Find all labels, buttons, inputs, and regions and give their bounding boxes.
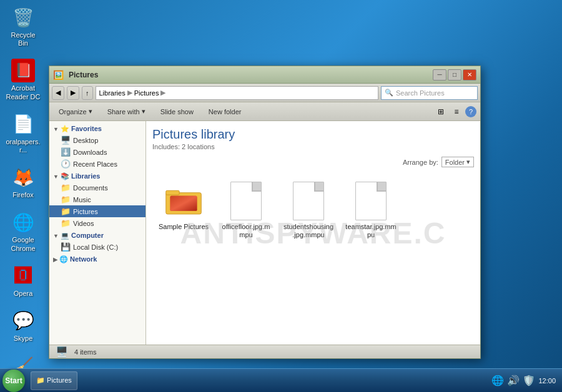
- search-box[interactable]: 🔍 Search Pictures: [381, 86, 478, 100]
- taskbar-time: 12:00: [538, 377, 556, 385]
- share-with-button[interactable]: Share with ▾: [102, 104, 151, 119]
- acrobat-icon[interactable]: 📕 Acrobat Reader DC: [3, 56, 43, 103]
- tray-sound-icon[interactable]: 🔊: [507, 375, 520, 386]
- taskbar-item-explorer[interactable]: 📁 Pictures: [31, 371, 77, 390]
- oralpapers-icon[interactable]: 📄 oralpapers.r...: [3, 110, 43, 157]
- sidebar-pictures-label: Pictures: [73, 208, 98, 215]
- teamstar-label: teamstar.jpg.mmpu: [345, 223, 397, 239]
- window-title: Pictures: [69, 71, 430, 79]
- maximize-button[interactable]: □: [448, 69, 461, 81]
- arrange-by-label: Arrange by:: [403, 159, 438, 166]
- favorites-expand-icon: ▼: [53, 126, 59, 132]
- sidebar-libraries-label: 📚 Libraries: [61, 172, 101, 180]
- breadcrumb-sep1: ▶: [127, 89, 132, 97]
- sidebar-item-pictures[interactable]: 📁 Pictures: [49, 205, 145, 217]
- main-area: ▼ ⭐ Favorites 🖥️ Desktop ⬇️ Downloads 🕐 …: [49, 121, 480, 345]
- help-button[interactable]: ?: [465, 106, 476, 117]
- oralpapers-label: oralpapers.r...: [6, 138, 41, 154]
- sample-pictures-label: Sample Pictures: [159, 223, 209, 231]
- arrange-bar: Arrange by: Folder ▾: [152, 157, 474, 167]
- skype-label: Skype: [14, 335, 33, 343]
- organize-label: Organize: [59, 108, 87, 115]
- search-icon: 🔍: [385, 89, 393, 97]
- sidebar-recent-label: Recent Places: [73, 160, 117, 168]
- slide-show-button[interactable]: Slide show: [155, 104, 199, 119]
- organize-button[interactable]: Organize ▾: [53, 104, 98, 119]
- sidebar-item-downloads[interactable]: ⬇️ Downloads: [49, 146, 145, 158]
- status-bar: 🖥️ 4 items: [49, 345, 480, 358]
- up-button[interactable]: ↑: [82, 86, 93, 100]
- sidebar-network-header[interactable]: ▶ 🌐 Network: [49, 254, 145, 265]
- content-area: ANTISPYWARE.C Pictures library Includes:…: [146, 121, 480, 345]
- nav-bar: ◀ ▶ ↑ Libraries ▶ Pictures ▶ 🔍 Search Pi…: [49, 84, 480, 102]
- desktop-icons-container: 🗑️ Recycle Bin 📕 Acrobat Reader DC 📄 ora…: [3, 3, 43, 392]
- sidebar-favorites-header[interactable]: ▼ ⭐ Favorites: [49, 124, 145, 134]
- toolbar-right: ⊞ ≡ ?: [434, 105, 476, 119]
- breadcrumb-pictures: Pictures: [134, 89, 159, 97]
- sidebar-desktop-label: Desktop: [73, 137, 98, 144]
- sidebar-computer-section: ▼ 💻 Computer 💾 Local Disk (C:): [49, 230, 145, 253]
- svg-rect-3: [170, 196, 197, 211]
- chrome-label: Google Chrome: [6, 236, 41, 252]
- new-folder-label: New folder: [209, 108, 242, 115]
- acrobat-label: Acrobat Reader DC: [6, 84, 41, 100]
- file-icon-officefloor: [224, 179, 268, 223]
- downloads-icon-sm: ⬇️: [61, 147, 71, 157]
- firefox-icon[interactable]: 🦊 Firefox: [3, 163, 43, 202]
- breadcrumb: Libraries ▶ Pictures ▶: [99, 89, 166, 97]
- view-icon-button[interactable]: ⊞: [434, 105, 448, 119]
- library-title: Pictures library: [152, 127, 474, 142]
- locations-value: 2 locations: [182, 143, 215, 150]
- breadcrumb-sep2: ▶: [160, 89, 165, 97]
- local-disk-icon-sm: 💾: [61, 242, 71, 252]
- tray-security-icon[interactable]: 🛡️: [523, 375, 535, 386]
- new-folder-button[interactable]: New folder: [203, 104, 247, 119]
- address-bar[interactable]: Libraries ▶ Pictures ▶: [96, 86, 379, 100]
- desktop: 🗑️ Recycle Bin 📕 Acrobat Reader DC 📄 ora…: [0, 0, 562, 392]
- sidebar-videos-label: Videos: [73, 220, 94, 227]
- sidebar-downloads-label: Downloads: [73, 149, 107, 156]
- status-computer-icon: 🖥️: [56, 346, 68, 358]
- chrome-image: 🌐: [11, 210, 35, 234]
- taskbar: Start 📁 Pictures 🌐 🔊 🛡️ 12:00: [0, 368, 562, 392]
- sidebar-item-documents[interactable]: 📁 Documents: [49, 182, 145, 194]
- chrome-icon[interactable]: 🌐 Google Chrome: [3, 208, 43, 255]
- opera-label: Opera: [14, 290, 33, 298]
- share-with-chevron: ▾: [142, 107, 145, 115]
- pictures-icon-sm: 📁: [61, 207, 71, 216]
- sidebar-item-recent-places[interactable]: 🕐 Recent Places: [49, 158, 145, 170]
- sidebar-libraries-header[interactable]: ▼ 📚 Libraries: [49, 171, 145, 182]
- library-subtitle: Includes: 2 locations: [152, 143, 474, 150]
- view-list-button[interactable]: ≡: [450, 105, 463, 119]
- close-button[interactable]: ✕: [463, 69, 476, 81]
- forward-button[interactable]: ▶: [67, 86, 79, 100]
- recycle-bin-icon[interactable]: 🗑️ Recycle Bin: [3, 3, 43, 50]
- opera-icon[interactable]: 🅾 Opera: [3, 262, 43, 300]
- search-placeholder: Search Pictures: [396, 89, 445, 97]
- sidebar-item-music[interactable]: 📁 Music: [49, 194, 145, 205]
- music-icon-sm: 📁: [61, 195, 71, 204]
- file-item-studentshousing[interactable]: studentshousing.jpg.mmpu: [280, 177, 337, 242]
- libraries-expand-icon: ▼: [53, 174, 59, 180]
- recycle-bin-image: 🗑️: [11, 6, 35, 29]
- start-label: Start: [5, 376, 22, 385]
- skype-image: 💬: [11, 309, 35, 333]
- skype-icon[interactable]: 💬 Skype: [3, 306, 43, 345]
- sidebar-item-local-disk[interactable]: 💾 Local Disk (C:): [49, 241, 145, 253]
- sidebar-libraries-section: ▼ 📚 Libraries 📁 Documents 📁 Music 📁 Pict…: [49, 171, 145, 229]
- minimize-button[interactable]: ─: [433, 69, 446, 81]
- sidebar-item-desktop[interactable]: 🖥️ Desktop: [49, 134, 145, 146]
- tray-network-icon[interactable]: 🌐: [491, 375, 504, 386]
- sidebar-computer-header[interactable]: ▼ 💻 Computer: [49, 230, 145, 241]
- arrange-by-dropdown[interactable]: Folder ▾: [441, 157, 474, 167]
- recycle-bin-label: Recycle Bin: [6, 31, 41, 47]
- start-button[interactable]: Start: [2, 370, 25, 392]
- arrange-by-value: Folder: [445, 159, 465, 166]
- file-item-teamstar[interactable]: teamstar.jpg.mmpu: [343, 177, 399, 242]
- slide-show-label: Slide show: [160, 108, 194, 115]
- sidebar-item-videos[interactable]: 📁 Videos: [49, 217, 145, 229]
- toolbar: Organize ▾ Share with ▾ Slide show New f…: [49, 102, 480, 121]
- back-button[interactable]: ◀: [52, 86, 64, 100]
- file-item-sample-pictures[interactable]: Sample Pictures: [155, 177, 212, 242]
- file-item-officefloor[interactable]: officefloor.jpg.mmpu: [218, 177, 274, 242]
